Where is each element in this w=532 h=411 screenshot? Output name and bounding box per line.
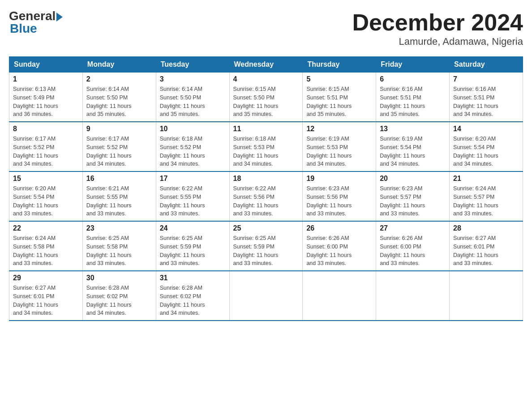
day-info: Sunrise: 6:21 AM Sunset: 5:55 PM Dayligh… bbox=[86, 184, 152, 218]
calendar-body: 1 Sunrise: 6:13 AM Sunset: 5:49 PM Dayli… bbox=[9, 73, 523, 321]
calendar-cell: 12 Sunrise: 6:19 AM Sunset: 5:53 PM Dayl… bbox=[303, 122, 376, 171]
calendar-cell: 7 Sunrise: 6:16 AM Sunset: 5:51 PM Dayli… bbox=[450, 73, 523, 122]
day-number: 13 bbox=[380, 125, 446, 133]
calendar-cell: 9 Sunrise: 6:17 AM Sunset: 5:52 PM Dayli… bbox=[82, 122, 156, 171]
calendar-cell bbox=[376, 271, 450, 321]
weekday-header-thursday: Thursday bbox=[303, 57, 376, 73]
calendar-cell: 24 Sunrise: 6:25 AM Sunset: 5:59 PM Dayl… bbox=[156, 221, 229, 271]
calendar-cell: 1 Sunrise: 6:13 AM Sunset: 5:49 PM Dayli… bbox=[9, 73, 83, 122]
day-number: 15 bbox=[13, 175, 79, 183]
week-row-2: 8 Sunrise: 6:17 AM Sunset: 5:52 PM Dayli… bbox=[9, 122, 523, 171]
weekday-header-saturday: Saturday bbox=[450, 57, 523, 73]
month-title: December 2024 bbox=[352, 9, 523, 36]
weekday-header-wednesday: Wednesday bbox=[229, 57, 303, 73]
day-info: Sunrise: 6:16 AM Sunset: 5:51 PM Dayligh… bbox=[453, 85, 519, 119]
day-info: Sunrise: 6:25 AM Sunset: 5:59 PM Dayligh… bbox=[233, 234, 299, 268]
day-number: 22 bbox=[13, 224, 79, 232]
day-info: Sunrise: 6:27 AM Sunset: 6:01 PM Dayligh… bbox=[13, 284, 79, 317]
day-info: Sunrise: 6:28 AM Sunset: 6:02 PM Dayligh… bbox=[86, 284, 152, 317]
calendar-cell: 28 Sunrise: 6:27 AM Sunset: 6:01 PM Dayl… bbox=[450, 221, 523, 271]
calendar-cell: 5 Sunrise: 6:15 AM Sunset: 5:51 PM Dayli… bbox=[303, 73, 376, 122]
weekday-row: SundayMondayTuesdayWednesdayThursdayFrid… bbox=[9, 57, 523, 73]
calendar-cell: 26 Sunrise: 6:26 AM Sunset: 6:00 PM Dayl… bbox=[303, 221, 376, 271]
day-number: 2 bbox=[86, 75, 152, 83]
day-number: 16 bbox=[86, 175, 152, 183]
day-number: 25 bbox=[233, 224, 299, 232]
calendar-cell: 8 Sunrise: 6:17 AM Sunset: 5:52 PM Dayli… bbox=[9, 122, 83, 171]
calendar-cell: 21 Sunrise: 6:24 AM Sunset: 5:57 PM Dayl… bbox=[450, 171, 523, 221]
day-number: 7 bbox=[453, 75, 519, 83]
day-number: 21 bbox=[453, 175, 519, 183]
logo-arrow-icon bbox=[56, 13, 63, 21]
day-number: 30 bbox=[86, 274, 152, 282]
day-number: 8 bbox=[13, 125, 79, 133]
title-area: December 2024 Lamurde, Adamawa, Nigeria bbox=[352, 9, 523, 47]
calendar-cell: 14 Sunrise: 6:20 AM Sunset: 5:54 PM Dayl… bbox=[450, 122, 523, 171]
day-info: Sunrise: 6:26 AM Sunset: 6:00 PM Dayligh… bbox=[306, 234, 372, 268]
calendar-cell: 30 Sunrise: 6:28 AM Sunset: 6:02 PM Dayl… bbox=[82, 271, 156, 321]
day-info: Sunrise: 6:25 AM Sunset: 5:58 PM Dayligh… bbox=[86, 234, 152, 268]
weekday-header-tuesday: Tuesday bbox=[156, 57, 229, 73]
day-number: 10 bbox=[160, 125, 226, 133]
day-info: Sunrise: 6:20 AM Sunset: 5:54 PM Dayligh… bbox=[453, 135, 519, 168]
day-info: Sunrise: 6:24 AM Sunset: 5:57 PM Dayligh… bbox=[453, 184, 519, 218]
day-info: Sunrise: 6:27 AM Sunset: 6:01 PM Dayligh… bbox=[453, 234, 519, 268]
calendar-cell: 18 Sunrise: 6:22 AM Sunset: 5:56 PM Dayl… bbox=[229, 171, 303, 221]
day-number: 26 bbox=[306, 224, 372, 232]
day-info: Sunrise: 6:23 AM Sunset: 5:57 PM Dayligh… bbox=[380, 184, 446, 218]
day-number: 29 bbox=[13, 274, 79, 282]
day-number: 4 bbox=[233, 75, 299, 83]
calendar-cell: 11 Sunrise: 6:18 AM Sunset: 5:53 PM Dayl… bbox=[229, 122, 303, 171]
day-info: Sunrise: 6:18 AM Sunset: 5:53 PM Dayligh… bbox=[233, 135, 299, 168]
day-number: 17 bbox=[160, 175, 226, 183]
weekday-header-friday: Friday bbox=[376, 57, 450, 73]
calendar-header: SundayMondayTuesdayWednesdayThursdayFrid… bbox=[9, 57, 523, 73]
day-number: 12 bbox=[306, 125, 372, 133]
day-number: 18 bbox=[233, 175, 299, 183]
day-number: 9 bbox=[86, 125, 152, 133]
day-info: Sunrise: 6:15 AM Sunset: 5:50 PM Dayligh… bbox=[233, 85, 299, 119]
day-info: Sunrise: 6:17 AM Sunset: 5:52 PM Dayligh… bbox=[13, 135, 79, 168]
day-info: Sunrise: 6:18 AM Sunset: 5:52 PM Dayligh… bbox=[160, 135, 226, 168]
calendar-cell: 6 Sunrise: 6:16 AM Sunset: 5:51 PM Dayli… bbox=[376, 73, 450, 122]
calendar-cell bbox=[229, 271, 303, 321]
day-info: Sunrise: 6:26 AM Sunset: 6:00 PM Dayligh… bbox=[380, 234, 446, 268]
calendar-cell: 29 Sunrise: 6:27 AM Sunset: 6:01 PM Dayl… bbox=[9, 271, 83, 321]
weekday-header-monday: Monday bbox=[82, 57, 156, 73]
page-header: General Blue December 2024 Lamurde, Adam… bbox=[9, 9, 523, 47]
day-number: 6 bbox=[380, 75, 446, 83]
calendar-table: SundayMondayTuesdayWednesdayThursdayFrid… bbox=[9, 56, 523, 321]
calendar-cell: 13 Sunrise: 6:19 AM Sunset: 5:54 PM Dayl… bbox=[376, 122, 450, 171]
calendar-cell: 15 Sunrise: 6:20 AM Sunset: 5:54 PM Dayl… bbox=[9, 171, 83, 221]
day-number: 28 bbox=[453, 224, 519, 232]
calendar-cell: 27 Sunrise: 6:26 AM Sunset: 6:00 PM Dayl… bbox=[376, 221, 450, 271]
day-number: 27 bbox=[380, 224, 446, 232]
logo-blue-text: Blue bbox=[9, 21, 37, 36]
day-number: 31 bbox=[160, 274, 226, 282]
location: Lamurde, Adamawa, Nigeria bbox=[352, 36, 523, 47]
day-info: Sunrise: 6:13 AM Sunset: 5:49 PM Dayligh… bbox=[13, 85, 79, 119]
day-info: Sunrise: 6:25 AM Sunset: 5:59 PM Dayligh… bbox=[160, 234, 226, 268]
day-info: Sunrise: 6:15 AM Sunset: 5:51 PM Dayligh… bbox=[306, 85, 372, 119]
calendar-cell bbox=[303, 271, 376, 321]
calendar-cell: 19 Sunrise: 6:23 AM Sunset: 5:56 PM Dayl… bbox=[303, 171, 376, 221]
day-number: 5 bbox=[306, 75, 372, 83]
day-info: Sunrise: 6:28 AM Sunset: 6:02 PM Dayligh… bbox=[160, 284, 226, 317]
day-info: Sunrise: 6:20 AM Sunset: 5:54 PM Dayligh… bbox=[13, 184, 79, 218]
calendar-cell: 2 Sunrise: 6:14 AM Sunset: 5:50 PM Dayli… bbox=[82, 73, 156, 122]
day-info: Sunrise: 6:19 AM Sunset: 5:53 PM Dayligh… bbox=[306, 135, 372, 168]
calendar-cell: 25 Sunrise: 6:25 AM Sunset: 5:59 PM Dayl… bbox=[229, 221, 303, 271]
calendar-cell: 20 Sunrise: 6:23 AM Sunset: 5:57 PM Dayl… bbox=[376, 171, 450, 221]
day-number: 3 bbox=[160, 75, 226, 83]
calendar-cell: 17 Sunrise: 6:22 AM Sunset: 5:55 PM Dayl… bbox=[156, 171, 229, 221]
calendar-cell: 16 Sunrise: 6:21 AM Sunset: 5:55 PM Dayl… bbox=[82, 171, 156, 221]
weekday-header-sunday: Sunday bbox=[9, 57, 83, 73]
logo: General Blue bbox=[9, 9, 63, 36]
calendar-cell: 3 Sunrise: 6:14 AM Sunset: 5:50 PM Dayli… bbox=[156, 73, 229, 122]
day-info: Sunrise: 6:23 AM Sunset: 5:56 PM Dayligh… bbox=[306, 184, 372, 218]
day-number: 19 bbox=[306, 175, 372, 183]
day-info: Sunrise: 6:17 AM Sunset: 5:52 PM Dayligh… bbox=[86, 135, 152, 168]
day-info: Sunrise: 6:16 AM Sunset: 5:51 PM Dayligh… bbox=[380, 85, 446, 119]
day-info: Sunrise: 6:14 AM Sunset: 5:50 PM Dayligh… bbox=[160, 85, 226, 119]
calendar-cell: 4 Sunrise: 6:15 AM Sunset: 5:50 PM Dayli… bbox=[229, 73, 303, 122]
